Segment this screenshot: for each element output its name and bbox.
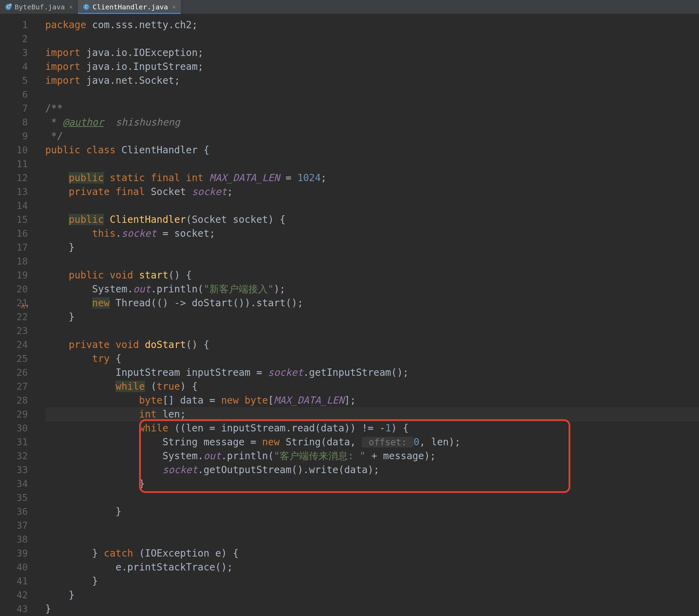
code-line: public ClientHandler(Socket socket) {	[45, 213, 699, 227]
tab-label: ClientHandler.java	[93, 3, 168, 11]
line-number: 39	[0, 546, 28, 560]
svg-text:C: C	[85, 5, 88, 9]
code-line: } catch (IOException e) {	[45, 546, 699, 560]
line-number: 40	[0, 560, 28, 574]
code-line: socket.getOutputStream().write(data);	[45, 463, 699, 477]
line-number: 27	[0, 380, 28, 394]
code-line: e.printStackTrace();	[45, 560, 699, 574]
tab-clienthandler[interactable]: C ClientHandler.java ×	[78, 0, 181, 14]
line-number: 6	[0, 88, 28, 102]
code-line	[45, 88, 699, 102]
gutter: 1234567891011121314151617181920212223242…	[0, 14, 35, 616]
code-line	[45, 199, 699, 213]
line-number: 9	[0, 129, 28, 143]
line-number: 28	[0, 394, 28, 407]
close-icon[interactable]: ×	[69, 3, 73, 10]
line-number: 3	[0, 46, 28, 60]
line-number: 7	[0, 102, 28, 115]
code-line: public static final int MAX_DATA_LEN = 1…	[45, 171, 699, 185]
code-line	[45, 324, 699, 338]
line-number: 42	[0, 588, 28, 602]
code-line: import java.net.Socket;	[45, 74, 699, 88]
code-line: try {	[45, 352, 699, 366]
code-line: }	[45, 477, 699, 491]
code-line: import java.io.IOException;	[45, 46, 699, 60]
line-number: 2	[0, 32, 28, 46]
line-number: 14	[0, 199, 28, 213]
code-line	[45, 533, 699, 546]
code-line: this.socket = socket;	[45, 227, 699, 241]
line-number: 18	[0, 254, 28, 268]
code-line: package com.sss.netty.ch2;	[45, 18, 699, 32]
code-area[interactable]: package com.sss.netty.ch2;import java.io…	[35, 14, 699, 616]
tab-label: ByteBuf.java	[15, 3, 65, 11]
line-number: 37	[0, 519, 28, 533]
line-number: 8	[0, 115, 28, 129]
line-number: 29	[0, 407, 28, 421]
code-line: System.out.println("新客户端接入");	[45, 282, 699, 296]
code-line: public void start() {	[45, 268, 699, 282]
code-line: }	[45, 241, 699, 254]
code-line: * @author shishusheng	[45, 115, 699, 129]
code-line	[45, 254, 699, 268]
editor: 1234567891011121314151617181920212223242…	[0, 14, 699, 616]
code-line: private void doStart() {	[45, 338, 699, 352]
code-line: while ((len = inputStream.read(data)) !=…	[45, 421, 699, 435]
line-number: 41	[0, 574, 28, 588]
lambda-gutter-icon: λ↑	[21, 299, 29, 313]
line-number: 10	[0, 143, 28, 157]
line-number: 30	[0, 421, 28, 435]
code-line: /**	[45, 102, 699, 115]
line-number: 31	[0, 435, 28, 449]
close-icon[interactable]: ×	[172, 3, 176, 10]
code-line	[45, 32, 699, 46]
svg-point-2	[9, 3, 12, 6]
code-line: }	[45, 602, 699, 616]
code-line: int len;	[45, 407, 699, 421]
line-number: 24	[0, 338, 28, 352]
code-line: }	[45, 588, 699, 602]
line-number: 32	[0, 449, 28, 463]
code-line: while (true) {	[45, 380, 699, 394]
code-line: new Thread(() -> doStart()).start();	[45, 296, 699, 310]
line-number: 13	[0, 185, 28, 199]
line-number: 38	[0, 533, 28, 546]
line-number: 35	[0, 491, 28, 505]
code-line: */	[45, 129, 699, 143]
code-line: private final Socket socket;	[45, 185, 699, 199]
code-line: }	[45, 574, 699, 588]
code-line: InputStream inputStream = socket.getInpu…	[45, 366, 699, 380]
line-number: 20	[0, 282, 28, 296]
line-number: 12	[0, 171, 28, 185]
line-number: 1	[0, 18, 28, 32]
code-line	[45, 519, 699, 533]
line-number: 16	[0, 227, 28, 241]
line-number: 11	[0, 157, 28, 171]
code-line: }	[45, 505, 699, 519]
code-line: }	[45, 310, 699, 324]
code-line: public class ClientHandler {	[45, 143, 699, 157]
line-number: 43	[0, 602, 28, 616]
line-number: 34	[0, 477, 28, 491]
tab-bar: C ByteBuf.java × C ClientHandler.java ×	[0, 0, 699, 14]
code-line: byte[] data = new byte[MAX_DATA_LEN];	[45, 394, 699, 407]
tab-bytebuf[interactable]: C ByteBuf.java ×	[0, 0, 78, 14]
code-line: String message = new String(data, offset…	[45, 435, 699, 449]
line-number: 4	[0, 60, 28, 74]
line-number: 25	[0, 352, 28, 366]
class-icon: C	[83, 3, 90, 10]
line-number: 23	[0, 324, 28, 338]
class-icon: C	[5, 3, 12, 10]
line-number: 19	[0, 268, 28, 282]
code-line	[45, 157, 699, 171]
code-line: import java.io.InputStream;	[45, 60, 699, 74]
line-number: 36	[0, 505, 28, 519]
line-number: 17	[0, 241, 28, 254]
code-line	[45, 491, 699, 505]
line-number: 33	[0, 463, 28, 477]
line-number: 5	[0, 74, 28, 88]
line-number: 26	[0, 366, 28, 380]
line-number: 15	[0, 213, 28, 227]
code-line: System.out.println("客户端传来消息: " + message…	[45, 449, 699, 463]
